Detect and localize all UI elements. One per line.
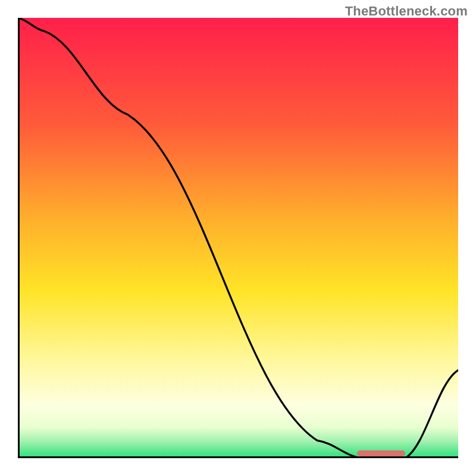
plot-area xyxy=(18,18,458,458)
optimal-marker xyxy=(357,450,405,456)
y-axis xyxy=(18,18,20,458)
curve-line xyxy=(18,18,458,458)
x-axis xyxy=(18,456,458,458)
watermark-text: TheBottleneck.com xyxy=(345,4,468,19)
